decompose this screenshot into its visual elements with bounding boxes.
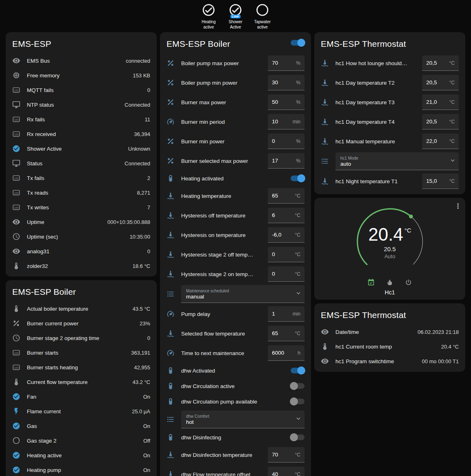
- column-left: EMS-ESP EMS BusconnectedFree memory153 K…: [6, 32, 157, 476]
- toggle-switch[interactable]: [291, 399, 305, 404]
- card-enable-toggle[interactable]: [291, 40, 305, 46]
- sensor-row[interactable]: GasOn: [6, 419, 157, 433]
- number-input[interactable]: 0%: [268, 134, 305, 149]
- number-input[interactable]: 20,5°C: [422, 55, 459, 71]
- number-input[interactable]: 65°C: [268, 188, 305, 204]
- entity-value: On: [143, 467, 150, 473]
- sensor-row[interactable]: Heating activeOn: [6, 448, 157, 463]
- badge-shower-active[interactable]: LINK ShowerActive: [224, 3, 247, 30]
- sensor-row[interactable]: 123Rx received36,394: [6, 127, 157, 141]
- sensor-row[interactable]: 123Burner starts363,191: [6, 345, 157, 360]
- switch-row: dhw Disinfecting: [160, 430, 311, 445]
- number-input[interactable]: 40°C: [268, 467, 305, 476]
- sensor-row[interactable]: analog310: [6, 244, 157, 259]
- sensor-row[interactable]: Flame current25.0 µA: [6, 404, 157, 419]
- entity-value: 23%: [140, 320, 150, 327]
- select-input[interactable]: dhw Comforthot: [181, 410, 305, 428]
- sensor-row[interactable]: EMS Busconnected: [6, 53, 157, 68]
- number-input[interactable]: 30%: [268, 75, 305, 90]
- badge-tapwater-active[interactable]: Tapwateractive: [251, 3, 274, 30]
- card-title: EMS-ESP: [6, 32, 157, 53]
- sensor-row[interactable]: Gas stage 2Off: [6, 433, 157, 448]
- thermostat-dial[interactable]: 20.4°C 20.5 Auto: [353, 204, 427, 279]
- number-unit: °C: [295, 331, 300, 336]
- number-input[interactable]: 17%: [268, 153, 305, 169]
- number-value: 10: [272, 118, 278, 125]
- column-middle: EMS-ESP Boiler Boiler pump max power70%B…: [160, 32, 311, 476]
- eye-icon: [12, 247, 21, 255]
- number-input[interactable]: 65°C: [268, 326, 305, 341]
- sensor-row[interactable]: 123MQTT fails0: [6, 83, 157, 97]
- number-input[interactable]: 6°C: [268, 208, 305, 223]
- number-input[interactable]: 70°C: [268, 447, 305, 463]
- coolant-temperature-icon: [166, 192, 175, 200]
- number-unit: °C: [295, 213, 300, 218]
- entity-value: Connected: [125, 102, 150, 108]
- coolant-temperature-icon: [321, 98, 330, 106]
- fire-icon[interactable]: [386, 279, 394, 286]
- sensor-row[interactable]: Free memory153 KB: [6, 68, 157, 83]
- thermometer-icon: [12, 262, 21, 270]
- number-value: 70: [272, 452, 278, 458]
- number-input[interactable]: 22,0°C: [422, 134, 459, 149]
- toggle-switch[interactable]: [291, 368, 305, 373]
- entity-label: hc1 Night temperature T1: [335, 178, 418, 184]
- number-row: hc1 Day temperature T321,0°C: [314, 92, 465, 112]
- number-input[interactable]: -6,0°C: [268, 227, 305, 243]
- sensor-row[interactable]: StatusConnected: [6, 156, 157, 171]
- sensor-row[interactable]: Heating pumpOn: [6, 463, 157, 476]
- more-options-icon[interactable]: [454, 202, 462, 212]
- sensor-row[interactable]: Uptime (sec)10:35:00: [6, 229, 157, 244]
- sensor-row[interactable]: 123Burner starts heating42,955: [6, 360, 157, 375]
- entity-label: analog31: [27, 248, 143, 254]
- sensor-row[interactable]: Date/time06.02.2023 21:18: [314, 325, 465, 339]
- sensor-row[interactable]: hc1 Program switchtime00 mo 00:00 T1: [314, 354, 465, 369]
- number-input[interactable]: 1min: [268, 306, 305, 322]
- number-unit: °C: [449, 60, 455, 66]
- sensor-row[interactable]: Actual boiler temperature43.5 °C: [6, 301, 157, 316]
- badge-heating-active[interactable]: Heatingactive: [197, 3, 220, 30]
- entity-label: Burner current power: [27, 320, 136, 327]
- sensor-row[interactable]: 123Tx reads8,271: [6, 185, 157, 200]
- sensor-row[interactable]: Shower ActiveUnknown: [6, 141, 157, 156]
- calendar-check-icon[interactable]: [367, 279, 375, 286]
- number-input[interactable]: 10min: [268, 114, 305, 129]
- sensor-row[interactable]: Current flow temperature43.2 °C: [6, 375, 157, 389]
- sensor-row[interactable]: hc1 Current room temp20.4 °C: [314, 339, 465, 354]
- entity-label: zolder32: [27, 263, 128, 269]
- counter-icon: 123: [12, 363, 21, 371]
- card-thermostat-info: EMS-ESP Thermostat Date/time06.02.2023 2…: [314, 303, 465, 372]
- toggle-switch[interactable]: [291, 383, 305, 389]
- sensor-row[interactable]: NTP statusConnected: [6, 97, 157, 112]
- toggle-switch[interactable]: [291, 434, 305, 440]
- counter-icon: 123: [12, 86, 21, 94]
- sensor-row[interactable]: FanOn: [6, 389, 157, 404]
- number-input[interactable]: 50%: [268, 94, 305, 110]
- list-icon: [166, 290, 175, 298]
- number-input[interactable]: 15,0°C: [422, 173, 459, 189]
- number-input[interactable]: 20,5°C: [422, 75, 459, 90]
- sensor-row[interactable]: Burner current power23%: [6, 316, 157, 331]
- number-input[interactable]: 21,0°C: [422, 94, 459, 110]
- sensor-row[interactable]: 123Tx fails2: [6, 171, 157, 185]
- sensor-row[interactable]: zolder3218.6 °C: [6, 259, 157, 273]
- select-input[interactable]: hc1 Modeauto: [335, 152, 459, 170]
- percent-icon: [166, 98, 175, 106]
- entity-label: Tx fails: [27, 175, 143, 181]
- number-input[interactable]: 20,5°C: [422, 114, 459, 129]
- number-input[interactable]: 0°C: [268, 266, 305, 282]
- circle-outline-icon: [12, 437, 21, 445]
- number-input[interactable]: 0°C: [268, 247, 305, 262]
- coolant-temperature-icon: [166, 329, 175, 338]
- entity-value: 2: [147, 175, 150, 181]
- toggle-switch[interactable]: [291, 175, 305, 181]
- sensor-row[interactable]: 123Tx writes7: [6, 200, 157, 215]
- number-input[interactable]: 6000h: [268, 345, 305, 361]
- select-input[interactable]: Maintenance scheduledmanual: [181, 285, 305, 303]
- sensor-row[interactable]: 123Rx fails11: [6, 112, 157, 127]
- number-input[interactable]: 70%: [268, 55, 305, 71]
- coolant-temperature-icon: [166, 451, 175, 459]
- sensor-row[interactable]: Burner stage 2 operating time0: [6, 331, 157, 345]
- sensor-row[interactable]: Uptime000+10:35:00.888: [6, 215, 157, 229]
- power-icon[interactable]: [405, 279, 412, 286]
